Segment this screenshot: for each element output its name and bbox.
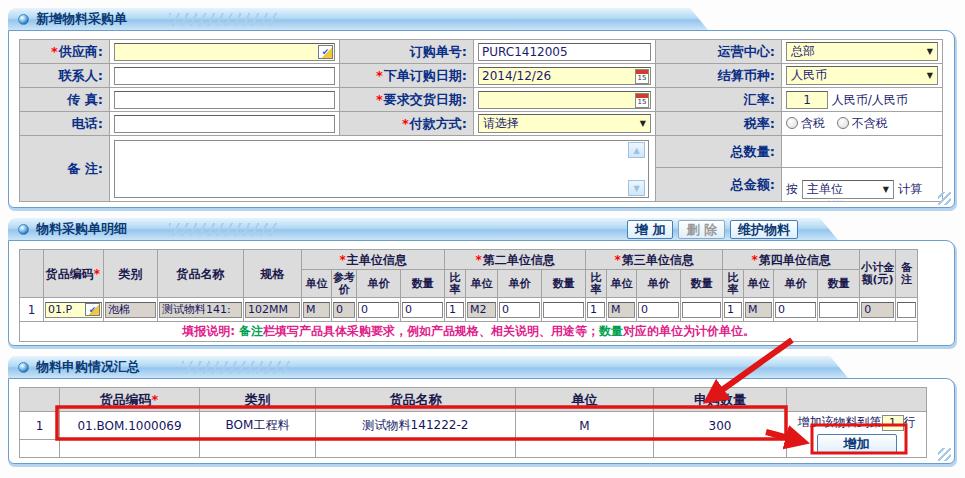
second-unit-group-header: *第二单位信息 (445, 250, 586, 270)
unit3-cell (607, 298, 637, 322)
name-cell: 测试物料141222-2 (316, 412, 516, 440)
summary-body: 货品编码* 类别 货品名称 单位 申购数量 1 01.BOM.1000069 B… (8, 378, 955, 464)
delivery-date-input[interactable] (478, 91, 651, 109)
qty2-cell (542, 298, 586, 322)
qty4-cell (818, 298, 860, 322)
tax-rate-label: 税率: (656, 112, 782, 136)
total-amount-value (786, 170, 938, 180)
name-header: 货品名称 (316, 388, 516, 412)
remark-textarea[interactable] (114, 140, 649, 198)
supplier-field-cell: ✔ (110, 40, 340, 64)
scroll-up-icon[interactable]: ▲ (628, 142, 645, 158)
code-lookup-icon[interactable]: ✔ (85, 303, 100, 316)
currency-select[interactable]: 人民币▼ (786, 66, 938, 85)
qty4-header: 数量 (818, 270, 860, 298)
phone-input[interactable] (114, 115, 335, 133)
ratio2-input[interactable] (446, 302, 464, 318)
tax-included-radio[interactable] (786, 117, 798, 129)
exchange-rate-label: 汇率: (656, 88, 782, 112)
qty3-input[interactable] (682, 302, 721, 318)
calc-unit-select[interactable]: 主单位▼ (802, 180, 894, 199)
calendar-icon[interactable]: 15 (635, 93, 649, 108)
subtotal-input (861, 302, 894, 318)
total-qty-value (782, 136, 943, 168)
fourth-unit-group-header: *第四单位信息 (723, 250, 860, 270)
hatch-decoration-icon (169, 223, 279, 236)
summary-table: 货品编码* 类别 货品名称 单位 申购数量 1 01.BOM.1000069 B… (19, 387, 927, 458)
add-row-button[interactable]: 增 加 (627, 220, 674, 239)
exchange-rate-input[interactable] (786, 91, 828, 109)
order-no-label: 订购单号: (340, 40, 474, 64)
required-mark: * (402, 116, 409, 131)
name-input (159, 302, 242, 318)
unit4-header: 单位 (744, 270, 774, 298)
ratio3-input[interactable] (587, 302, 605, 318)
qty2-input[interactable] (543, 302, 584, 318)
supplier-label: *供应商: (20, 40, 110, 64)
panel-title: 物料申购情况汇总 (36, 358, 140, 376)
payment-select[interactable]: 请选择▼ (478, 114, 651, 133)
tax-excluded-radio[interactable] (837, 117, 849, 129)
maintain-material-button[interactable]: 维护物料 (730, 220, 798, 239)
currency-field-cell: 人民币▼ (782, 64, 943, 88)
note-input[interactable] (897, 302, 916, 318)
unit4-input (745, 302, 772, 318)
note-header: 备注 (896, 250, 918, 298)
chevron-down-icon: ▼ (883, 185, 889, 194)
form-row-5: 备 注: ▲ ▼ 总数量: (20, 136, 943, 168)
delete-row-button[interactable]: 删 除 (678, 220, 725, 239)
hatch-decoration-icon (169, 13, 279, 26)
summary-data-row[interactable]: 1 01.BOM.1000069 BOM工程料 测试物料141222-2 M 3… (20, 412, 927, 440)
price4-input[interactable] (775, 302, 816, 318)
price1-header: 单价 (357, 270, 401, 298)
calendar-icon[interactable]: 15 (635, 69, 649, 84)
contact-input[interactable] (114, 67, 335, 85)
add-material-button[interactable]: 增加 (817, 434, 897, 454)
payment-label: *付款方式: (340, 112, 474, 136)
qty1-input[interactable] (402, 302, 443, 318)
fax-input[interactable] (114, 91, 335, 109)
name-cell (158, 298, 244, 322)
unit2-cell (466, 298, 498, 322)
total-qty-label: 总数量: (656, 136, 782, 168)
note-cell (896, 298, 918, 322)
operation-center-field-cell: 总部▼ (782, 40, 943, 64)
chevron-down-icon: ▼ (640, 119, 646, 128)
resize-grip-icon[interactable] (938, 192, 951, 205)
ratio4-header: 比率 (723, 270, 744, 298)
operation-center-label: 运营中心: (656, 40, 782, 64)
scroll-down-icon[interactable]: ▼ (628, 180, 645, 196)
tax-rate-field-cell: 含税 不含税 (782, 112, 943, 136)
ratio4-input[interactable] (724, 302, 742, 318)
resize-grip-icon[interactable] (938, 448, 951, 461)
price1-input[interactable] (358, 302, 399, 318)
category-cell (104, 298, 158, 322)
required-mark: * (51, 44, 58, 59)
order-date-input[interactable] (478, 67, 651, 85)
form-row-4: 电话: *付款方式: 请选择▼ 税率: 含税 不含税 (20, 112, 943, 136)
qty4-input[interactable] (819, 302, 858, 318)
operation-center-select[interactable]: 总部▼ (786, 42, 938, 61)
currency-label: 结算币种: (656, 64, 782, 88)
exchange-rate-suffix: 人民币/人民币 (832, 93, 908, 107)
detail-table: 货品编码* 类别 货品名称 规格 *主单位信息 *第二单位信息 *第三单位信息 … (19, 249, 918, 342)
row-number: 1 (20, 298, 44, 322)
contact-label: 联系人: (20, 64, 110, 88)
supplier-input[interactable] (114, 43, 335, 61)
unit1-cell (302, 298, 332, 322)
total-amount-cell: 按 主单位▼ 计算 (782, 168, 943, 202)
total-amount-label: 总金额: (656, 168, 782, 202)
order-date-label: *下单订购日期: (340, 64, 474, 88)
remark-label: 备 注: (20, 136, 110, 202)
price3-input[interactable] (638, 302, 679, 318)
phone-field-cell (110, 112, 340, 136)
action-header (787, 388, 927, 412)
price2-input[interactable] (499, 302, 540, 318)
supplier-lookup-icon[interactable]: ✔ (318, 45, 333, 59)
target-row-input[interactable] (882, 415, 904, 431)
sphere-icon (18, 362, 29, 373)
order-no-input[interactable] (478, 43, 651, 61)
spec-header: 规格 (244, 250, 302, 298)
add-to-row-text-after: 行 (904, 415, 916, 429)
order-detail-tab: 物料采购单明细 增 加 删 除 维护物料 (8, 218, 838, 240)
